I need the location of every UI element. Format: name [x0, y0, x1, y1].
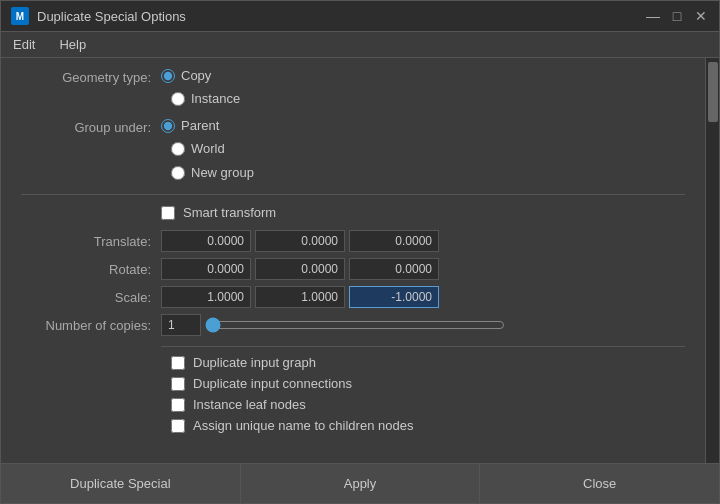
smart-transform-row: Smart transform [21, 205, 685, 220]
instance-leaf-nodes-row: Instance leaf nodes [21, 397, 685, 412]
close-button[interactable]: ✕ [693, 8, 709, 24]
rotate-z-input[interactable] [349, 258, 439, 280]
menu-edit[interactable]: Edit [9, 35, 39, 54]
scrollbar-thumb[interactable] [708, 62, 718, 122]
scale-inputs [161, 286, 439, 308]
dup-input-connections-checkbox[interactable] [171, 377, 185, 391]
rotate-inputs [161, 258, 439, 280]
apply-button[interactable]: Apply [241, 464, 481, 503]
geometry-type-label: Geometry type: [21, 70, 161, 85]
translate-x-input[interactable] [161, 230, 251, 252]
instance-leaf-nodes-label: Instance leaf nodes [193, 397, 306, 412]
geometry-copy-label: Copy [181, 68, 211, 83]
translate-inputs [161, 230, 439, 252]
copies-input[interactable] [161, 314, 201, 336]
minimize-button[interactable]: — [645, 8, 661, 24]
dup-input-graph-label: Duplicate input graph [193, 355, 316, 370]
group-parent-radio[interactable] [161, 119, 175, 133]
smart-transform-checkbox[interactable] [161, 206, 175, 220]
app-icon: M [11, 7, 29, 25]
dup-input-connections-row: Duplicate input connections [21, 376, 685, 391]
group-parent-group: Parent [161, 118, 219, 133]
group-newgroup-group: New group [171, 165, 254, 180]
window-title: Duplicate Special Options [37, 9, 186, 24]
close-window-button[interactable]: Close [480, 464, 719, 503]
assign-unique-name-checkbox[interactable] [171, 419, 185, 433]
title-bar-left: M Duplicate Special Options [11, 7, 186, 25]
bottom-buttons: Duplicate Special Apply Close [1, 463, 719, 503]
divider-1 [21, 194, 685, 195]
rotate-y-input[interactable] [255, 258, 345, 280]
translate-row: Translate: [21, 230, 685, 252]
main-area: Geometry type: Copy Instance Group und [1, 58, 705, 463]
geometry-type-row: Geometry type: Copy [21, 68, 685, 87]
group-world-radio[interactable] [171, 142, 185, 156]
copies-row: Number of copies: [21, 314, 685, 336]
translate-label: Translate: [21, 234, 161, 249]
group-parent-row: Group under: Parent [21, 118, 685, 137]
instance-leaf-nodes-checkbox[interactable] [171, 398, 185, 412]
copies-slider[interactable] [205, 317, 505, 333]
assign-unique-name-row: Assign unique name to children nodes [21, 418, 685, 433]
geometry-instance-group: Instance [171, 91, 240, 106]
divider-2 [161, 346, 685, 347]
geometry-type-section: Geometry type: Copy Instance [21, 68, 685, 110]
scale-label: Scale: [21, 290, 161, 305]
translate-y-input[interactable] [255, 230, 345, 252]
geometry-copy-group: Copy [161, 68, 211, 83]
window: M Duplicate Special Options — □ ✕ Edit H… [0, 0, 720, 504]
group-world-group: World [171, 141, 225, 156]
geometry-copy-radio[interactable] [161, 69, 175, 83]
scale-z-input[interactable] [349, 286, 439, 308]
menu-help[interactable]: Help [55, 35, 90, 54]
geometry-instance-label: Instance [191, 91, 240, 106]
group-world-row: World [21, 141, 685, 160]
scale-y-input[interactable] [255, 286, 345, 308]
geometry-instance-row: Instance [21, 91, 685, 110]
scale-x-input[interactable] [161, 286, 251, 308]
title-bar: M Duplicate Special Options — □ ✕ [1, 1, 719, 32]
menu-bar: Edit Help [1, 32, 719, 58]
dup-input-connections-label: Duplicate input connections [193, 376, 352, 391]
rotate-x-input[interactable] [161, 258, 251, 280]
group-parent-label: Parent [181, 118, 219, 133]
duplicate-special-button[interactable]: Duplicate Special [1, 464, 241, 503]
maximize-button[interactable]: □ [669, 8, 685, 24]
translate-z-input[interactable] [349, 230, 439, 252]
group-under-label: Group under: [21, 120, 161, 135]
scale-row: Scale: [21, 286, 685, 308]
rotate-label: Rotate: [21, 262, 161, 277]
dup-input-graph-checkbox[interactable] [171, 356, 185, 370]
title-buttons: — □ ✕ [645, 8, 709, 24]
group-newgroup-row: New group [21, 165, 685, 184]
rotate-row: Rotate: [21, 258, 685, 280]
group-newgroup-label: New group [191, 165, 254, 180]
group-world-label: World [191, 141, 225, 156]
dup-input-graph-row: Duplicate input graph [21, 355, 685, 370]
group-under-section: Group under: Parent World New grou [21, 118, 685, 184]
copies-label: Number of copies: [21, 318, 161, 333]
content-area: Geometry type: Copy Instance Group und [1, 58, 719, 463]
smart-transform-label: Smart transform [183, 205, 276, 220]
assign-unique-name-label: Assign unique name to children nodes [193, 418, 413, 433]
group-newgroup-radio[interactable] [171, 166, 185, 180]
geometry-instance-radio[interactable] [171, 92, 185, 106]
scrollbar-track[interactable] [705, 58, 719, 463]
